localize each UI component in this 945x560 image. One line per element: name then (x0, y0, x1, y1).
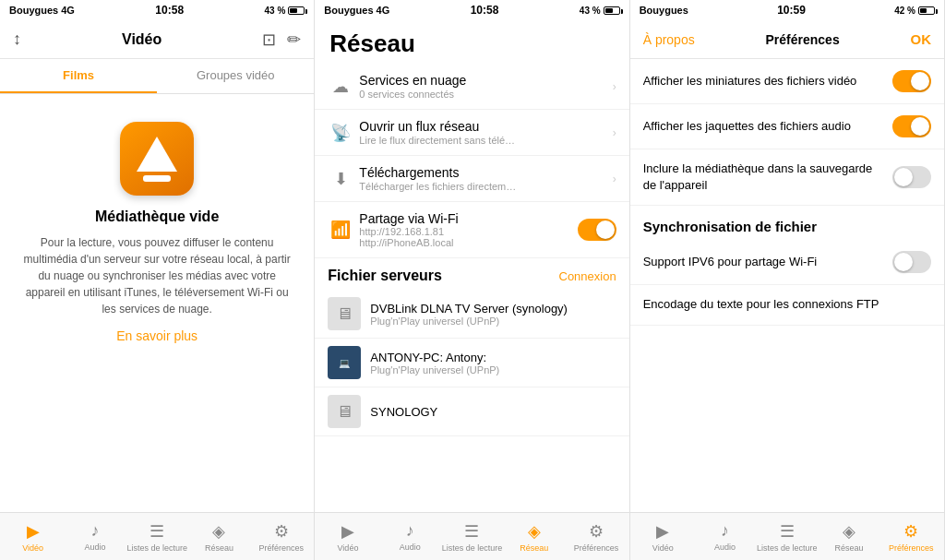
tab-playlist-3[interactable]: ☰ Listes de lecture (756, 513, 818, 560)
server-info-dvblink: DVBLink DLNA TV Server (synology) Plug'n… (370, 302, 568, 327)
tab-video-1[interactable]: ▶ Vidéo (2, 513, 64, 560)
tab-video-3[interactable]: ▶ Vidéo (632, 513, 694, 560)
server-name-synology: SYNOLOGY (370, 405, 437, 419)
tab-groupes[interactable]: Groupes vidéo (157, 59, 314, 93)
pref-label-ipv6: Support IPV6 pour partage Wi-Fi (643, 254, 892, 270)
empty-content: Médiathèque vide Pour la lecture, vous p… (0, 94, 314, 512)
battery-text-3: 42 % (894, 6, 915, 16)
preferences-header: À propos Préférences OK (630, 20, 944, 59)
file-servers-header: Fichier serveurs Connexion (315, 258, 628, 290)
server-icon-dvblink: 🖥 (336, 304, 353, 324)
prefs-icon-2: ⚙ (589, 521, 604, 542)
nav-title-1: Vidéo (122, 31, 161, 48)
wifi-sharing-row: 📶 Partage via Wi-Fi http://192.168.1.81 … (315, 202, 628, 258)
tab-network-3[interactable]: ◈ Réseau (818, 513, 879, 560)
tab-label-playlist-3: Listes de lecture (757, 543, 818, 553)
server-thumb-dvblink: 🖥 (328, 297, 361, 330)
wifi-content: Partage via Wi-Fi http://192.168.1.81 ht… (359, 211, 577, 248)
playlist-icon-2: ☰ (464, 521, 479, 542)
tab-label-network-3: Réseau (835, 543, 864, 553)
server-thumb-antony: 💻 (328, 346, 361, 379)
settings-item-download[interactable]: ⬇ Téléchargements Télécharger les fichie… (315, 156, 628, 202)
tab-audio-1[interactable]: ♪ Audio (64, 513, 126, 560)
video-icon-1: ▶ (27, 521, 40, 542)
chevron-icon-stream: › (613, 126, 616, 139)
tab-playlist-2[interactable]: ☰ Listes de lecture (441, 513, 503, 560)
tab-label-network-2: Réseau (520, 543, 548, 553)
video-icon-2: ▶ (341, 521, 354, 542)
pref-label-covers: Afficher les jaquettes des fichiers audi… (643, 118, 892, 135)
download-content: Téléchargements Télécharger les fichiers… (359, 165, 612, 192)
wifi-toggle[interactable] (578, 219, 616, 241)
section-sync-label: Synchronisation de fichier (630, 206, 944, 240)
status-bar-2: Bouygues 4G 10:58 43 % (315, 0, 628, 20)
tab-label-audio-3: Audio (714, 542, 736, 552)
tab-films[interactable]: Films (0, 59, 157, 93)
tab-label-video-1: Vidéo (22, 543, 43, 553)
pref-row-thumbnails: Afficher les miniatures des fichiers vid… (630, 59, 944, 104)
battery-text-2: 43 % (580, 6, 601, 16)
pref-row-ftp: Encodage du texte pour les connexions FT… (630, 285, 944, 325)
status-carrier-3: Bouygues (640, 5, 688, 16)
learn-more-link[interactable]: En savoir plus (116, 328, 197, 343)
stream-icon: 📡 (328, 123, 353, 143)
tab-video-2[interactable]: ▶ Vidéo (317, 513, 378, 560)
sort-icon[interactable]: ↕ (13, 30, 21, 49)
network-icon-1: ◈ (212, 521, 225, 542)
tab-prefs-2[interactable]: ⚙ Préférences (565, 513, 627, 560)
status-carrier-2: Bouygues 4G (324, 5, 389, 16)
cloud-content: Services en nuage 0 services connectés (359, 73, 612, 100)
server-item-synology[interactable]: 🖥 SYNOLOGY (315, 387, 628, 436)
vlc-base (143, 175, 171, 182)
reseau-title: Réseau (315, 20, 628, 64)
server-sub-antony: Plug'n'Play universel (UPnP) (370, 364, 499, 375)
tab-prefs-3[interactable]: ⚙ Préférences (880, 513, 942, 560)
network-icon-3: ◈ (843, 521, 855, 542)
pref-row-ipv6: Support IPV6 pour partage Wi-Fi (630, 240, 944, 285)
tab-label-prefs-1: Préférences (258, 543, 304, 553)
tab-audio-2[interactable]: ♪ Audio (379, 513, 441, 560)
cloud-subtitle: 0 services connectés (359, 89, 612, 100)
tab-audio-3[interactable]: ♪ Audio (694, 513, 756, 560)
tab-preferences[interactable]: Préférences (766, 32, 840, 47)
settings-item-cloud[interactable]: ☁ Services en nuage 0 services connectés… (315, 64, 628, 110)
status-carrier-1: Bouygues 4G (9, 5, 75, 16)
stream-content: Ouvrir un flux réseau Lire le flux direc… (359, 119, 612, 146)
panel-preferences: Bouygues 10:59 42 % À propos Préférences… (630, 0, 945, 560)
status-right-3: 42 % (894, 6, 935, 16)
tab-prefs-1[interactable]: ⚙ Préférences (250, 513, 312, 560)
tab-bar-3: ▶ Vidéo ♪ Audio ☰ Listes de lecture ◈ Ré… (630, 512, 944, 560)
chevron-icon-cloud: › (613, 80, 616, 93)
server-item-dvblink[interactable]: 🖥 DVBLink DLNA TV Server (synology) Plug… (315, 290, 628, 339)
toggle-covers[interactable] (892, 115, 931, 137)
carrier-2: Bouygues 4G (324, 5, 389, 16)
cast-icon[interactable]: ⊡ (262, 30, 276, 50)
pref-label-ftp: Encodage du texte pour les connexions FT… (643, 296, 931, 313)
tab-label-prefs-2: Préférences (574, 543, 619, 553)
status-right-2: 43 % (580, 6, 620, 16)
tab-label-playlist-1: Listes de lecture (126, 543, 187, 553)
tab-network-1[interactable]: ◈ Réseau (188, 513, 250, 560)
segment-control: Films Groupes vidéo (0, 59, 314, 94)
server-item-antony[interactable]: 💻 ANTONY-PC: Antony: Plug'n'Play univers… (315, 339, 628, 387)
download-subtitle: Télécharger les fichiers directem… (359, 181, 612, 192)
tab-a-propos[interactable]: À propos (643, 32, 695, 47)
settings-item-stream[interactable]: 📡 Ouvrir un flux réseau Lire le flux dir… (315, 110, 628, 156)
vlc-logo (120, 122, 194, 196)
carrier-3: Bouygues (640, 5, 688, 16)
toggle-ipv6[interactable] (892, 251, 931, 273)
tab-label-playlist-2: Listes de lecture (442, 543, 503, 553)
battery-icon-3 (918, 6, 935, 15)
pref-label-thumbnails: Afficher les miniatures des fichiers vid… (643, 73, 892, 89)
tab-network-2[interactable]: ◈ Réseau (503, 513, 565, 560)
toggle-thumbnails[interactable] (892, 70, 931, 92)
video-icon-3: ▶ (656, 521, 669, 542)
toggle-backup[interactable] (892, 166, 931, 188)
ok-button[interactable]: OK (910, 31, 931, 47)
prefs-icon-3: ⚙ (903, 521, 918, 542)
server-thumb-synology: 🖥 (328, 395, 361, 428)
server-sub-dvblink: Plug'n'Play universel (UPnP) (370, 316, 568, 327)
tab-playlist-1[interactable]: ☰ Listes de lecture (126, 513, 188, 560)
edit-icon[interactable]: ✏ (287, 30, 301, 50)
connexion-button[interactable]: Connexion (559, 269, 616, 283)
